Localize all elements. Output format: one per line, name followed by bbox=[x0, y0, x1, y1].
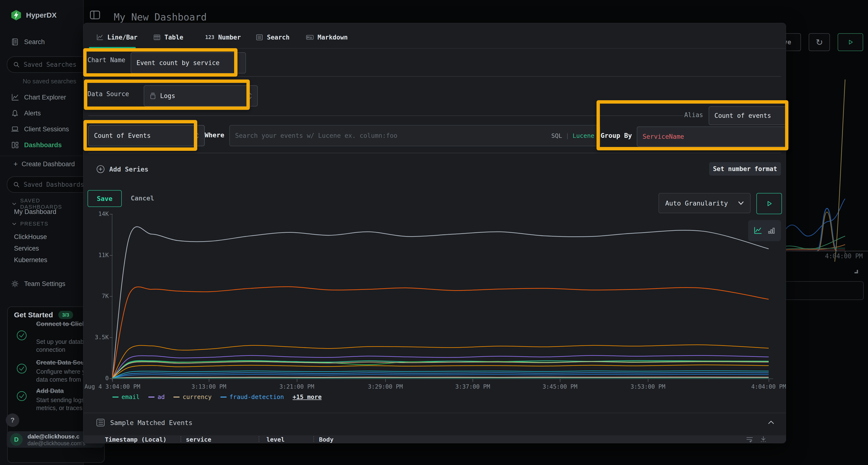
column-divider[interactable] bbox=[313, 436, 314, 442]
select-chevrons-icon bbox=[194, 132, 199, 140]
legend-item[interactable]: fraud-detection bbox=[220, 393, 284, 400]
background-tile-input bbox=[784, 281, 864, 300]
sql-toggle[interactable]: SQL bbox=[551, 132, 562, 139]
brand[interactable]: HyperDX bbox=[10, 10, 57, 21]
tab-number[interactable]: 123 Number bbox=[205, 34, 241, 41]
chart-legend: email ad currency fraud-detection +15 mo… bbox=[112, 393, 322, 400]
presets-section[interactable]: PRESETS bbox=[11, 221, 49, 227]
check-circle-icon bbox=[17, 363, 27, 374]
legend-swatch bbox=[173, 397, 180, 398]
check-circle-icon bbox=[17, 330, 27, 341]
search-icon bbox=[13, 61, 20, 68]
get-started-title: Get Started bbox=[14, 311, 53, 319]
search-icon bbox=[13, 181, 20, 188]
cancel-button[interactable]: Cancel bbox=[131, 194, 154, 202]
sidebar-collapse-button[interactable] bbox=[89, 10, 101, 20]
legend-item[interactable]: currency bbox=[173, 393, 212, 400]
saved-dashboards-input[interactable]: Saved Dashboards bbox=[7, 176, 92, 193]
get-started-badge: 3/3 bbox=[58, 311, 73, 319]
y-axis: 14K11K7K3.5K0 bbox=[85, 214, 112, 378]
column-header-level[interactable]: level bbox=[267, 436, 284, 443]
refresh-button[interactable]: ↻ bbox=[809, 33, 830, 51]
column-header-timestamp[interactable]: Timestamp (Local) bbox=[105, 436, 166, 443]
sidebar-item-clickhouse[interactable]: ClickHouse bbox=[14, 233, 47, 241]
x-tick-label: 3:21:00 PM bbox=[279, 383, 314, 390]
add-series-button[interactable]: Add Series bbox=[96, 165, 149, 173]
where-search-input[interactable]: Search your events w/ Lucene ex. column:… bbox=[229, 125, 600, 146]
y-tick-label: 3.5K bbox=[85, 334, 109, 341]
hyperdx-logo-icon bbox=[10, 10, 22, 21]
where-placeholder: Search your events w/ Lucene ex. column:… bbox=[235, 132, 397, 139]
download-icon[interactable] bbox=[760, 436, 767, 442]
wrap-lines-icon[interactable] bbox=[746, 436, 753, 443]
background-chart-x-label: 4:04:00 PM bbox=[825, 253, 863, 260]
saved-searches-input[interactable]: Saved Searches bbox=[7, 56, 92, 73]
y-tick-label: 7K bbox=[85, 293, 109, 299]
play-icon bbox=[847, 39, 854, 45]
sidebar-item-dashboards[interactable]: Dashboards bbox=[11, 141, 62, 149]
tab-table[interactable]: Table bbox=[153, 34, 183, 41]
edit-chart-modal: Line/Bar Table 123 Number Search Markdow… bbox=[83, 23, 786, 443]
aggregation-select[interactable]: Count of Events bbox=[88, 125, 205, 146]
check-circle-icon bbox=[17, 391, 27, 401]
page-title: My New Dashboard bbox=[114, 11, 207, 23]
column-header-body[interactable]: Body bbox=[319, 436, 334, 443]
chart-name-input[interactable]: Event count by service bbox=[131, 52, 246, 73]
sidebar-item-chart-explorer[interactable]: Chart Explorer bbox=[11, 94, 66, 101]
data-source-select[interactable]: Logs bbox=[144, 85, 258, 106]
legend-swatch bbox=[112, 397, 119, 398]
legend-more-link[interactable]: +15 more bbox=[293, 393, 322, 400]
line-chart-icon bbox=[96, 34, 103, 41]
x-tick-label: 3:45:00 PM bbox=[542, 383, 578, 390]
series-line-email bbox=[112, 360, 769, 378]
x-tick bbox=[209, 379, 209, 382]
tile-resize-handle[interactable] bbox=[851, 267, 860, 275]
sidebar-item-client-sessions[interactable]: Client Sessions bbox=[11, 125, 69, 133]
x-tick-label: 4:04:00 PM bbox=[751, 383, 786, 390]
y-tick-label: 11K bbox=[85, 252, 109, 259]
dashboards-icon bbox=[11, 141, 19, 149]
run-query-button[interactable] bbox=[838, 33, 863, 51]
alias-label: Alias bbox=[667, 111, 703, 119]
column-header-service[interactable]: service bbox=[186, 436, 211, 443]
sample-events-header[interactable]: Sample Matched Events bbox=[96, 418, 192, 427]
sidebar-item-kubernetes[interactable]: Kubernetes bbox=[14, 256, 47, 264]
x-tick bbox=[560, 379, 560, 382]
search-list-icon bbox=[256, 34, 263, 41]
journal-icon bbox=[11, 38, 19, 46]
alias-input[interactable]: Count of events bbox=[709, 106, 786, 125]
group-by-input[interactable]: ServiceName bbox=[637, 127, 786, 147]
chart-plot[interactable] bbox=[112, 214, 769, 378]
x-tick-label: Aug 4 3:04:00 PM bbox=[84, 383, 140, 390]
granularity-select[interactable]: Auto Granularity bbox=[658, 193, 751, 213]
save-button[interactable]: Save bbox=[88, 190, 122, 207]
sidebar-item-team-settings[interactable]: Team Settings bbox=[11, 280, 65, 288]
sidebar-item-my-dashboard[interactable]: My Dashboard bbox=[14, 208, 56, 215]
sidebar-item-alerts[interactable]: Alerts bbox=[11, 109, 41, 117]
lucene-toggle[interactable]: Lucene bbox=[572, 132, 594, 139]
column-divider[interactable] bbox=[181, 436, 181, 442]
bar-chart-toggle-icon[interactable] bbox=[768, 227, 776, 235]
where-label: Where bbox=[205, 131, 224, 139]
create-dashboard-button[interactable]: + Create Dashboard bbox=[13, 160, 75, 168]
collapse-chevron-up-icon[interactable] bbox=[768, 420, 774, 425]
tab-line-bar[interactable]: Line/Bar bbox=[96, 34, 137, 41]
y-tick-label: 14K bbox=[85, 210, 109, 217]
x-tick-label: 3:13:00 PM bbox=[191, 383, 226, 390]
column-divider[interactable] bbox=[259, 436, 259, 442]
run-chart-button[interactable] bbox=[756, 193, 782, 214]
x-tick bbox=[648, 379, 648, 382]
user-subtitle: dale@clickhouse.com's bbox=[28, 440, 85, 447]
sidebar-item-search[interactable]: Search bbox=[11, 38, 45, 46]
legend-item[interactable]: ad bbox=[148, 393, 165, 400]
tab-search[interactable]: Search bbox=[256, 34, 289, 41]
help-button[interactable]: ? bbox=[6, 413, 19, 427]
number-123-icon: 123 bbox=[205, 34, 214, 40]
set-number-format-button[interactable]: Set number format bbox=[709, 162, 781, 176]
tab-markdown[interactable]: Markdown bbox=[306, 34, 348, 41]
sidebar-item-services[interactable]: Services bbox=[14, 245, 39, 252]
x-tick bbox=[769, 379, 769, 382]
x-tick bbox=[385, 379, 386, 382]
hyperdx-app: My New Dashboard Save ↻ 4:04:00 PM Hyper… bbox=[0, 0, 868, 465]
legend-item[interactable]: email bbox=[112, 393, 140, 400]
